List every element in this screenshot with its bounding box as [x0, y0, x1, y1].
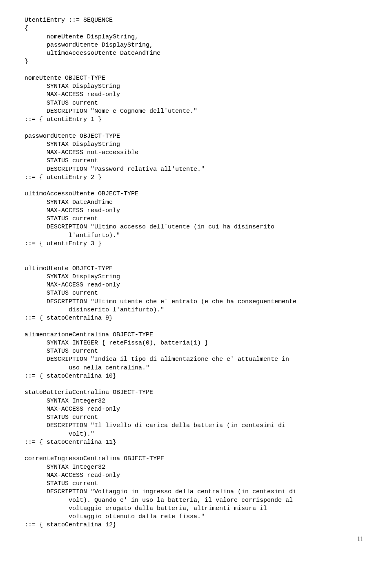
code-block: UtentiEntry ::= SEQUENCE { nomeUtente Di… [24, 16, 368, 530]
page-number: 11 [24, 535, 368, 544]
